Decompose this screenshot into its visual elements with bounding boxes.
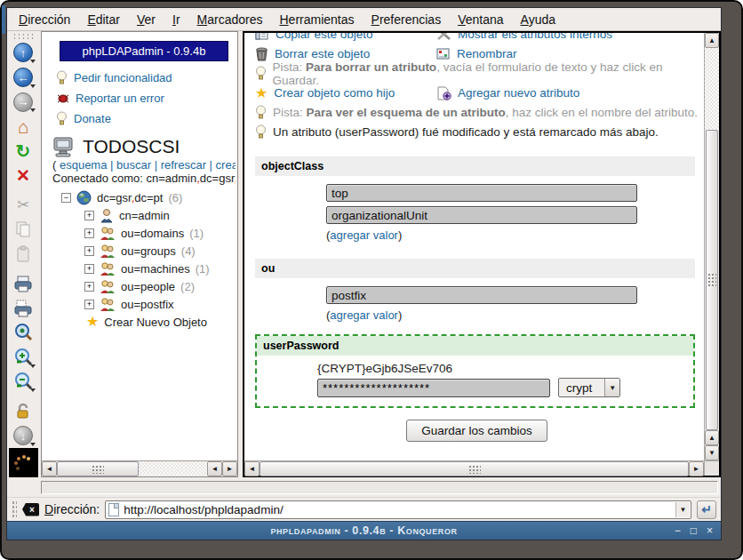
scrollbar-track[interactable] — [139, 461, 207, 476]
objectclass-value-input[interactable] — [326, 184, 637, 202]
expand-expander[interactable]: + — [84, 228, 94, 238]
create-link[interactable]: crear — [216, 158, 236, 172]
menu-ventana[interactable]: Ventana — [458, 12, 503, 27]
scroll-down-button[interactable]: ▼ — [705, 445, 719, 460]
schema-link[interactable]: esquema — [60, 158, 107, 172]
copy-button[interactable] — [9, 217, 37, 242]
request-feature-link[interactable]: Pedir funcionalidad — [74, 71, 172, 84]
menu-preferencias[interactable]: Preferencias — [372, 12, 442, 27]
scrollbar-track[interactable] — [705, 48, 719, 130]
search-link[interactable]: buscar — [116, 158, 151, 172]
page-icon — [108, 503, 119, 516]
print-button[interactable] — [9, 271, 37, 296]
chevron-down-icon[interactable]: ▼ — [675, 502, 690, 517]
scroll-right-button[interactable]: ► — [689, 461, 704, 476]
expand-expander[interactable]: + — [84, 211, 94, 220]
menu-editar[interactable]: Editar — [87, 12, 120, 27]
tree-node-ou-machines[interactable]: ou=machines — [121, 262, 190, 276]
scrollbar-thumb[interactable] — [57, 461, 139, 476]
tree-horizontal-scrollbar: ◄ ◄ ► — [42, 460, 237, 476]
security-button[interactable] — [9, 399, 37, 424]
paste-button[interactable] — [9, 242, 37, 267]
close-button[interactable]: × — [707, 525, 713, 536]
child-count: (2) — [180, 280, 195, 293]
zoom-in-button[interactable] — [9, 345, 37, 370]
expand-expander[interactable]: + — [84, 246, 94, 256]
add-value-link[interactable]: agregar valor — [330, 308, 398, 322]
expand-expander[interactable]: + — [84, 300, 94, 309]
tree-node-ou-people[interactable]: ou=people — [121, 280, 175, 293]
password-input[interactable] — [317, 379, 550, 397]
people-group-icon — [100, 244, 116, 259]
add-value-link[interactable]: agregar valor — [330, 228, 398, 242]
create-child-action: ★ Crear objeto como hijo — [255, 85, 436, 100]
scrollbar-thumb[interactable] — [706, 130, 718, 430]
hash-algorithm-select[interactable]: crypt ▼ — [558, 378, 620, 397]
scroll-up-button[interactable]: ▲ — [705, 430, 719, 445]
tree-node-ou-postfix[interactable]: ou=postfix — [121, 298, 174, 311]
show-internal-attrs-link[interactable]: Mostrar els atributos internos — [458, 33, 612, 41]
lightbulb-icon — [255, 105, 267, 120]
objectclass-value-input[interactable] — [326, 206, 637, 224]
tree-node-ou-groups[interactable]: ou=groups — [121, 244, 176, 258]
menu-ver[interactable]: Ver — [137, 12, 156, 27]
print-frame-button[interactable] — [9, 296, 37, 321]
go-button[interactable]: ↵ — [697, 500, 716, 519]
refresh-link[interactable]: refrescar — [161, 158, 206, 172]
attribute-header-userpassword[interactable]: userPassword — [257, 336, 693, 356]
menu-marcadores[interactable]: Marcadores — [197, 12, 263, 27]
menu-direccion[interactable]: Dirección — [19, 12, 70, 27]
donate-link[interactable]: Donate — [74, 112, 111, 125]
chevron-down-icon — [30, 364, 36, 368]
report-bug-link[interactable]: Reportar un error — [76, 92, 164, 105]
forward-button[interactable]: → — [9, 90, 37, 115]
expand-expander[interactable]: + — [84, 282, 94, 292]
cut-button[interactable]: ✂ — [9, 193, 37, 218]
child-count: (1) — [196, 262, 210, 276]
rename-link[interactable]: Renombrar — [457, 47, 517, 60]
clear-location-button[interactable]: × — [22, 503, 39, 516]
toolbar-drag-handle[interactable] — [12, 33, 34, 39]
collapse-expander[interactable]: − — [61, 193, 71, 203]
scroll-left-button[interactable]: ◄ — [207, 461, 222, 476]
paren: ( — [52, 158, 60, 172]
scroll-left-button[interactable]: ◄ — [42, 461, 57, 476]
scrollbar-thumb[interactable] — [260, 461, 689, 476]
delete-object-link[interactable]: Borrar este objeto — [275, 47, 370, 60]
toolbar-drag-handle[interactable] — [12, 500, 17, 518]
window-titlebar[interactable]: phpldapadmin - 0.9.4b - Konqueror − □ × — [7, 521, 721, 540]
zoom-out-button[interactable] — [9, 370, 37, 395]
up-button[interactable]: ↑ — [9, 41, 37, 66]
attribute-header-objectclass[interactable]: objectClass — [255, 156, 695, 176]
back-button[interactable]: ← — [9, 65, 37, 90]
stop-icon: ✕ — [16, 167, 30, 184]
add-attribute-link[interactable]: Agregar nuevo atributo — [458, 86, 579, 100]
konqueror-throbber — [9, 448, 38, 477]
create-child-link[interactable]: Crear objeto como hijo — [274, 86, 395, 100]
download-button[interactable]: ↓ — [9, 423, 37, 448]
maximize-button[interactable]: □ — [691, 525, 697, 536]
scroll-up-button[interactable]: ▲ — [705, 33, 719, 48]
scroll-left-button[interactable]: ◄ — [244, 461, 260, 476]
expand-expander[interactable]: + — [84, 264, 94, 274]
stop-button[interactable]: ✕ — [9, 164, 37, 188]
menu-herramientas[interactable]: Herramientas — [279, 12, 354, 27]
window-deco-accent — [2, 5, 5, 34]
ou-value-input[interactable] — [326, 286, 637, 304]
tree-node-root[interactable]: dc=gsr,dc=pt — [97, 191, 163, 204]
home-button[interactable]: ⌂ — [9, 114, 37, 139]
url-text[interactable]: http://localhost/phpldapadmin/ — [124, 503, 671, 516]
save-changes-button[interactable]: Guardar los cambios — [406, 420, 547, 442]
menu-ayuda[interactable]: Ayuda — [521, 12, 555, 27]
create-new-object-link[interactable]: Crear Nuevo Objeto — [104, 316, 207, 329]
tree-node-ou-domains[interactable]: ou=domains — [121, 227, 184, 240]
menu-ir[interactable]: Ir — [172, 12, 180, 27]
reload-button[interactable]: ↻ — [9, 139, 37, 164]
tree-node-cn-admin[interactable]: cn=admin — [119, 209, 170, 222]
attribute-header-ou[interactable]: ou — [255, 259, 695, 278]
copy-object-link[interactable]: Copiar este objeto — [276, 33, 373, 41]
minimize-button[interactable]: − — [675, 525, 681, 536]
scroll-right-button[interactable]: ► — [222, 461, 237, 476]
location-input[interactable]: http://localhost/phpldapadmin/ ▼ — [105, 500, 691, 519]
find-button[interactable] — [9, 320, 37, 345]
